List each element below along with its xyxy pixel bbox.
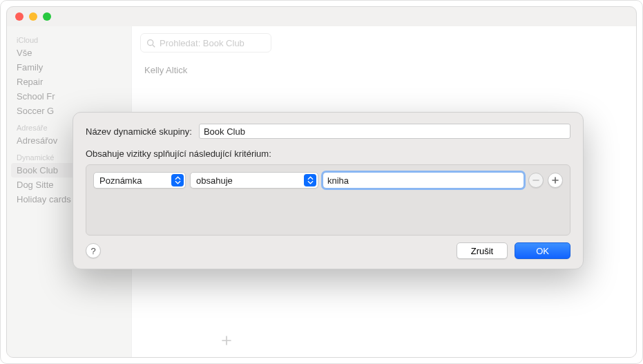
sidebar-heading-icloud: iCloud [7,30,131,46]
criterion-operator-value: obsahuje [196,175,233,186]
svg-point-0 [148,39,153,45]
list-item[interactable]: Kelly Altick [140,52,313,78]
criteria-label: Obsahuje vizitky splňující následující k… [86,149,570,159]
sidebar-item-vse[interactable]: Vše [7,46,131,60]
chevron-updown-icon [304,174,316,186]
criteria-area: Poznámka obsahuje [86,164,570,236]
frame: iCloud Vše Family Repair School Fr Socce… [0,0,643,364]
sidebar-item-family[interactable]: Family [7,60,131,75]
ok-button[interactable]: OK [515,242,570,259]
help-button[interactable]: ? [86,243,101,258]
app-window: iCloud Vše Family Repair School Fr Socce… [6,6,637,358]
minimize-window-button[interactable] [29,12,37,21]
close-window-button[interactable] [15,12,23,21]
criterion-row: Poznámka obsahuje [93,172,563,189]
group-name-label: Název dynamické skupiny: [86,126,192,137]
search-input[interactable]: Prohledat: Book Club [140,33,271,52]
criterion-value-field[interactable] [323,172,524,189]
add-contact-button[interactable] [218,332,235,349]
cancel-button[interactable]: Zrušit [457,242,508,259]
remove-criterion-button[interactable] [528,173,544,188]
criterion-field-value: Poznámka [99,175,142,186]
criterion-operator-popup[interactable]: obsahuje [190,172,318,189]
zoom-window-button[interactable] [43,12,51,21]
sidebar-item-repair[interactable]: Repair [7,75,131,89]
add-criterion-button[interactable] [548,173,563,188]
search-placeholder: Prohledat: Book Club [160,38,244,48]
criterion-field-popup[interactable]: Poznámka [93,172,186,189]
sidebar-item-school[interactable]: School Fr [7,89,131,104]
smart-group-dialog: Název dynamické skupiny: Obsahuje vizitk… [73,112,584,269]
group-name-field[interactable] [199,124,570,139]
chevron-updown-icon [171,174,184,186]
titlebar [7,7,636,26]
search-icon [146,39,155,48]
svg-line-1 [153,44,155,46]
